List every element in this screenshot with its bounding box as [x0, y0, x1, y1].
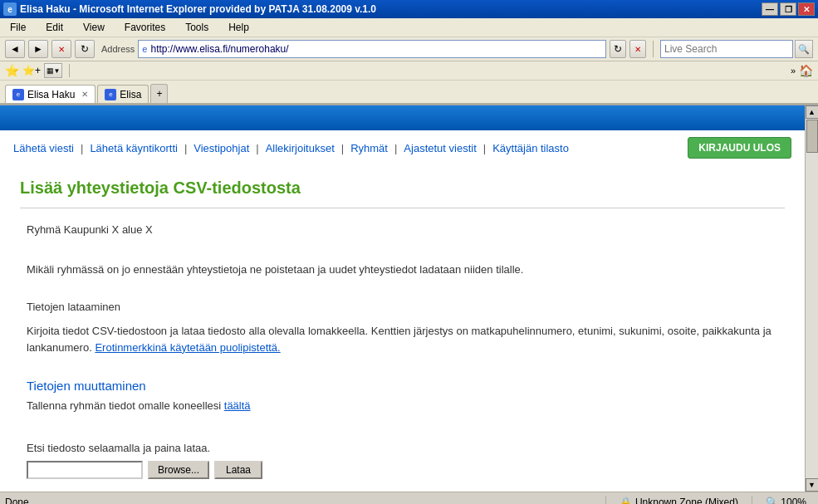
refresh-small-button[interactable]: ↻ — [610, 40, 626, 58]
lock-icon: 🔒 — [620, 497, 632, 505]
browse-button[interactable]: Browse... — [148, 461, 209, 479]
scrollbar-vertical[interactable]: ▲ ▼ — [805, 105, 818, 492]
status-bar: Done 🔒 Unknown Zone (Mixed) 🔍 100% — [0, 492, 818, 504]
forward-button[interactable]: ► — [28, 40, 48, 58]
tab-label-elisa-haku: Elisa Haku — [27, 89, 75, 100]
nav-bar: ◄ ► ✕ ↻ Address e http://www.elisa.fi/nu… — [0, 37, 818, 61]
stop-small-button[interactable]: ✕ — [629, 40, 646, 58]
nav-viestipohjat[interactable]: Viestipohjat — [193, 142, 249, 154]
tabs-bar: e Elisa Haku ✕ e Elisa + — [0, 81, 818, 105]
loading-heading-section: Tietojen lataaminen — [20, 301, 785, 313]
tab-elisa-haku[interactable]: e Elisa Haku ✕ — [5, 85, 96, 103]
new-tab-button[interactable]: + — [150, 84, 168, 103]
tab-elisa[interactable]: e Elisa — [97, 85, 149, 103]
loading-desc: Kirjoita tiedot CSV-tiedostoon ja lataa … — [27, 323, 778, 355]
menu-file[interactable]: File — [7, 20, 29, 35]
menu-tools[interactable]: Tools — [182, 20, 212, 35]
app-icon: e — [3, 2, 17, 16]
title-bar: e Elisa Haku - Microsoft Internet Explor… — [0, 0, 818, 18]
menu-bar: File Edit View Favorites Tools Help — [0, 18, 818, 37]
ie-icon: e — [142, 44, 147, 54]
status-zone: 🔒 Unknown Zone (Mixed) — [613, 497, 745, 505]
muuttaminen-section: Tietojen muuttaminen Tallenna ryhmän tie… — [20, 379, 785, 412]
content-wrap: Lähetä viesti | Lähetä käyntikortti | Vi… — [0, 105, 818, 492]
group-info-text: Ryhmä Kaupunki X alue X — [27, 222, 778, 238]
tab-label-elisa: Elisa — [120, 89, 141, 100]
tallenna-text: Tallenna ryhmän tiedot omalle koneellesi… — [27, 399, 778, 412]
file-path-input[interactable] — [27, 461, 143, 479]
nav-sep-6: | — [483, 142, 486, 154]
address-bar[interactable]: e http://www.elisa.fi/numerohaku/ — [138, 40, 606, 58]
nav-ryhmat[interactable]: Ryhmät — [350, 142, 388, 154]
scroll-thumb[interactable] — [806, 120, 818, 153]
nav-sep-3: | — [256, 142, 258, 154]
favorites-bar: ⭐ ⭐+ ▦ ▼ » 🏠 — [0, 61, 818, 81]
favorites-menu-btn[interactable]: ▦ ▼ — [44, 63, 62, 78]
blue-banner — [0, 105, 805, 130]
menu-view[interactable]: View — [80, 20, 108, 35]
favorites-star-icon[interactable]: ⭐ — [5, 64, 19, 77]
status-text: Done — [5, 497, 599, 505]
search-input[interactable] — [660, 40, 793, 58]
zone-text: Unknown Zone (Mixed) — [635, 497, 738, 505]
page-nav: Lähetä viesti | Lähetä käyntikortti | Vi… — [0, 130, 805, 165]
kirjaudu-ulos-button[interactable]: KIRJAUDU ULOS — [688, 137, 791, 159]
group-info-section: Ryhmä Kaupunki X alue X — [20, 222, 785, 238]
more-button[interactable]: » — [791, 66, 796, 76]
nav-allekirjoitukset[interactable]: Allekirjoitukset — [266, 142, 335, 154]
warning-section: Mikäli ryhmässä on jo ennestään yhteysti… — [20, 262, 785, 278]
nav-laheta-viesti[interactable]: Lähetä viesti — [13, 142, 74, 154]
back-button[interactable]: ◄ — [5, 40, 25, 58]
nav-sep-4: | — [341, 142, 344, 154]
status-zoom: 🔍 100% — [759, 497, 813, 505]
stop-button[interactable]: ✕ — [51, 40, 71, 58]
nav-sep-1: | — [81, 142, 83, 154]
muuttaminen-heading: Tietojen muuttaminen — [27, 379, 778, 393]
scroll-track[interactable] — [806, 119, 818, 478]
file-row: Browse... Lataa — [27, 461, 778, 479]
add-favorites-icon[interactable]: ⭐+ — [22, 65, 41, 76]
favorites-separator — [69, 64, 70, 77]
scroll-down-button[interactable]: ▼ — [806, 478, 819, 492]
window-title: Elisa Haku - Microsoft Internet Explorer… — [20, 3, 376, 15]
search-box-wrap: 🔍 — [660, 40, 813, 58]
menu-favorites[interactable]: Favorites — [121, 20, 169, 35]
nav-ajastetut-viestit[interactable]: Ajastetut viestit — [404, 142, 476, 154]
loading-desc-section: Kirjoita tiedot CSV-tiedostoon ja lataa … — [20, 323, 785, 355]
lataa-button[interactable]: Lataa — [214, 461, 262, 479]
page-title: Lisää yhteystietoja CSV-tiedostosta — [20, 179, 785, 198]
file-label: Etsi tiedosto selaamalla ja paina lataa. — [27, 442, 778, 454]
restore-button[interactable]: ❐ — [780, 2, 796, 16]
address-label: Address — [101, 44, 135, 54]
search-button[interactable]: 🔍 — [795, 40, 813, 58]
menu-help[interactable]: Help — [225, 20, 252, 35]
menu-edit[interactable]: Edit — [42, 20, 66, 35]
divider — [20, 208, 785, 208]
status-sep-2 — [752, 496, 752, 505]
tallenna-link[interactable]: täältä — [224, 399, 251, 412]
warning-text: Mikäli ryhmässä on jo ennestään yhteysti… — [27, 262, 778, 278]
zoom-text: 🔍 100% — [766, 497, 806, 505]
nav-sep-5: | — [394, 142, 397, 154]
main-page: Lähetä viesti | Lähetä käyntikortti | Vi… — [0, 105, 805, 492]
scroll-up-button[interactable]: ▲ — [806, 105, 819, 119]
refresh-button[interactable]: ↻ — [75, 40, 95, 58]
close-button[interactable]: ✕ — [798, 2, 815, 16]
window-controls[interactable]: — ❐ ✕ — [762, 2, 815, 16]
tab-icon-elisa-haku: e — [12, 89, 24, 100]
nav-separator — [653, 41, 654, 57]
tab-icon-elisa: e — [105, 89, 116, 100]
nav-sep-2: | — [184, 142, 187, 154]
home-icon[interactable]: 🏠 — [799, 64, 813, 77]
address-text: http://www.elisa.fi/numerohaku/ — [150, 43, 288, 55]
file-section: Etsi tiedosto selaamalla ja paina lataa.… — [20, 435, 785, 486]
nav-kayttajan-tilasto[interactable]: Käyttäjän tilasto — [492, 142, 569, 154]
page-content: Lisää yhteystietoja CSV-tiedostosta Ryhm… — [0, 165, 805, 492]
nav-laheta-kayntikortti[interactable]: Lähetä käyntikortti — [90, 142, 178, 154]
minimize-button[interactable]: — — [762, 2, 778, 16]
loading-heading: Tietojen lataaminen — [27, 301, 778, 313]
loading-note-link: Erotinmerkkinä käytetään puolipistettä. — [95, 341, 280, 354]
tab-close-elisa-haku[interactable]: ✕ — [81, 90, 88, 99]
status-sep-1 — [605, 496, 606, 505]
